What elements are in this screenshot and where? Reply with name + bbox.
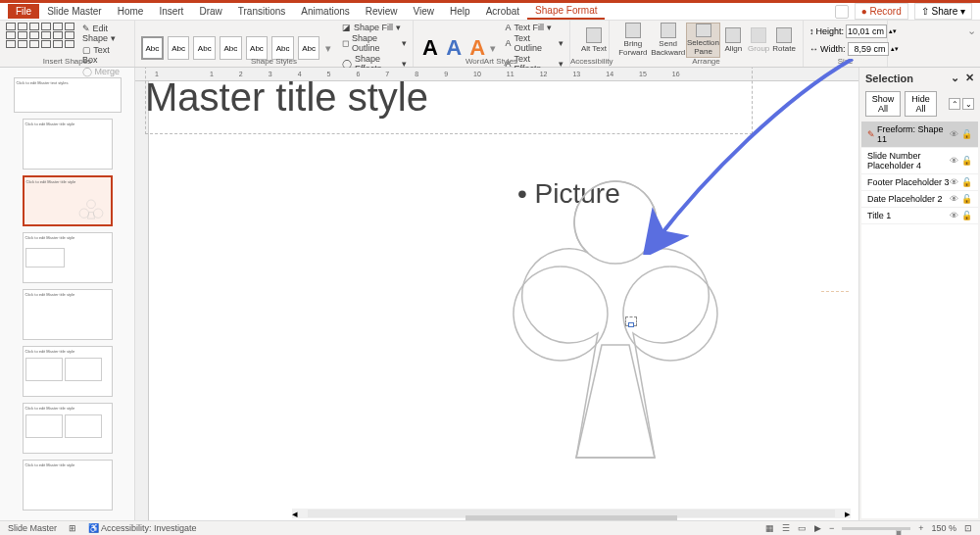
selection-item[interactable]: Slide Number Placeholder 4 👁🔓 (861, 148, 978, 174)
tab-file[interactable]: File (8, 4, 39, 19)
freeform-edit-point[interactable] (625, 316, 637, 326)
width-label: Width: (820, 44, 846, 54)
text-fill-button[interactable]: A Text Fill ▾ (506, 23, 564, 32)
show-all-button[interactable]: Show All (865, 91, 901, 117)
view-normal-icon[interactable]: ▦ (765, 523, 774, 533)
layout-thumb[interactable]: Click to edit Master title style (23, 346, 113, 397)
lock-icon[interactable]: 🔓 (961, 156, 972, 166)
fit-to-window-button[interactable]: ⊡ (964, 523, 972, 533)
ribbon: ✎ Edit Shape ▾ ▢ Text Box ◯ Merge Shapes… (0, 21, 980, 68)
rotate-button[interactable]: Rotate (771, 23, 797, 58)
selection-pane-button[interactable]: Selection Pane (686, 23, 721, 58)
horizontal-scrollbar[interactable]: ◂▸ (292, 509, 851, 518)
width-spinner[interactable]: ▴▾ (891, 46, 899, 52)
send-backward-button[interactable]: Send Backward (651, 23, 686, 58)
lock-icon[interactable]: 🔓 (961, 211, 972, 220)
wordart-more[interactable]: ▾ (490, 42, 499, 55)
tab-shape-format[interactable]: Shape Format (527, 3, 605, 20)
visibility-icon[interactable]: 👁 (950, 194, 958, 204)
slide-title-text: Master title style (145, 75, 428, 120)
width-input[interactable] (848, 42, 889, 56)
alt-text-button[interactable]: Alt Text (576, 23, 612, 58)
master-thumb[interactable]: Click to edit Master text styles (14, 77, 122, 113)
zoom-level[interactable]: 150 % (931, 523, 956, 533)
group-label-insert-shapes: Insert Shapes (0, 57, 134, 66)
visibility-icon[interactable]: 👁 (950, 156, 958, 166)
lock-icon[interactable]: 🔓 (961, 129, 972, 139)
group-label-wordart: WordArt Styles (414, 57, 569, 66)
view-slideshow-icon[interactable]: ▶ (814, 523, 821, 533)
lang-icon[interactable]: ⊞ (69, 523, 76, 533)
text-outline-button[interactable]: A Text Outline ▾ (506, 33, 564, 53)
accessibility-status[interactable]: ♿ Accessibility: Investigate (88, 523, 197, 533)
zoom-in-button[interactable]: + (918, 523, 923, 533)
status-mode: Slide Master (8, 523, 57, 533)
layout-thumb[interactable]: Click to edit Master title style (23, 175, 113, 226)
selection-pane: Selection ⌄✕ Show All Hide All ⌃ ⌄ ✎Free… (858, 68, 980, 520)
record-button[interactable]: ● Record (855, 3, 908, 20)
layout-thumb[interactable]: Click to edit Master title style (23, 460, 113, 511)
edit-shape-button[interactable]: ✎ Edit Shape ▾ (80, 23, 128, 44)
group-label-arrange: Arrange (610, 57, 803, 66)
selection-pane-title: Selection (865, 73, 913, 84)
tab-home[interactable]: Home (110, 4, 152, 19)
shape-styles-more[interactable]: ▾ (323, 42, 332, 55)
visibility-icon[interactable]: 👁 (950, 211, 958, 220)
ribbon-collapse[interactable]: ⌄ (963, 21, 980, 67)
layout-thumb[interactable]: Click to edit Master title style (23, 232, 113, 283)
tab-view[interactable]: View (406, 4, 443, 19)
group-label-accessibility: Accessibility (570, 57, 609, 66)
vertical-ruler (135, 81, 149, 520)
lock-icon[interactable]: 🔓 (961, 194, 972, 204)
freeform-club-shape[interactable] (508, 173, 723, 477)
height-label: Height: (816, 26, 845, 36)
selection-pane-dropdown[interactable]: ⌄ (951, 72, 959, 83)
shape-fill-button[interactable]: ◪ Shape Fill ▾ (342, 23, 407, 32)
hide-all-button[interactable]: Hide All (905, 91, 937, 117)
move-up-button[interactable]: ⌃ (949, 98, 960, 110)
shape-outline-button[interactable]: ◻ Shape Outline ▾ (342, 33, 407, 53)
tab-animations[interactable]: Animations (293, 4, 357, 19)
visibility-icon[interactable]: 👁 (950, 129, 958, 139)
edit-marker-icon: ✎ (867, 129, 875, 139)
view-notes-icon[interactable]: ☰ (782, 523, 790, 533)
selection-item[interactable]: Title 1 👁🔓 (861, 208, 978, 224)
move-down-button[interactable]: ⌄ (962, 98, 974, 110)
zoom-slider[interactable] (842, 527, 910, 530)
selection-item[interactable]: Date Placeholder 2 👁🔓 (861, 191, 978, 208)
tab-review[interactable]: Review (358, 4, 406, 19)
tab-help[interactable]: Help (442, 4, 478, 19)
mic-icon[interactable] (835, 5, 849, 19)
tab-slide-master[interactable]: Slide Master (39, 4, 110, 19)
status-bar: Slide Master ⊞ ♿ Accessibility: Investig… (0, 520, 980, 535)
tab-acrobat[interactable]: Acrobat (478, 4, 527, 19)
slide-thumbnails: Click to edit Master text styles Click t… (0, 68, 135, 520)
height-icon: ↕ (809, 26, 814, 36)
width-icon: ↔ (809, 44, 818, 54)
close-icon[interactable]: ✕ (965, 72, 974, 83)
tab-insert[interactable]: Insert (151, 4, 191, 19)
share-button[interactable]: ⇧ Share ▾ (914, 3, 972, 20)
selection-item[interactable]: Footer Placeholder 3 👁🔓 (861, 174, 978, 191)
group-label-shape-styles: Shape Styles (135, 57, 413, 66)
tab-transitions[interactable]: Transitions (230, 4, 294, 19)
align-button[interactable]: Align (720, 23, 746, 58)
height-input[interactable] (846, 24, 887, 38)
group-label-size: Size (804, 57, 887, 66)
bring-forward-button[interactable]: Bring Forward (615, 23, 651, 58)
tab-draw[interactable]: Draw (191, 4, 229, 19)
layout-thumb[interactable]: Click to edit Master title style (23, 403, 113, 454)
height-spinner[interactable]: ▴▾ (889, 28, 897, 34)
zoom-out-button[interactable]: − (829, 523, 834, 533)
selection-item[interactable]: ✎Freeform: Shape 11 👁🔓 (861, 122, 978, 148)
group-button: Group (746, 23, 771, 58)
view-reading-icon[interactable]: ▭ (798, 523, 807, 533)
layout-thumb[interactable]: Click to edit Master title style (23, 119, 113, 170)
canvas-area: 112345678910111213141516 Master title st… (135, 68, 858, 520)
lock-icon[interactable]: 🔓 (961, 177, 972, 187)
visibility-icon[interactable]: 👁 (950, 177, 958, 187)
slide[interactable]: Master title style • Picture (155, 85, 821, 516)
layout-thumb[interactable]: Click to edit Master title style (23, 289, 113, 340)
ribbon-tabs: File Slide Master Home Insert Draw Trans… (0, 3, 980, 21)
